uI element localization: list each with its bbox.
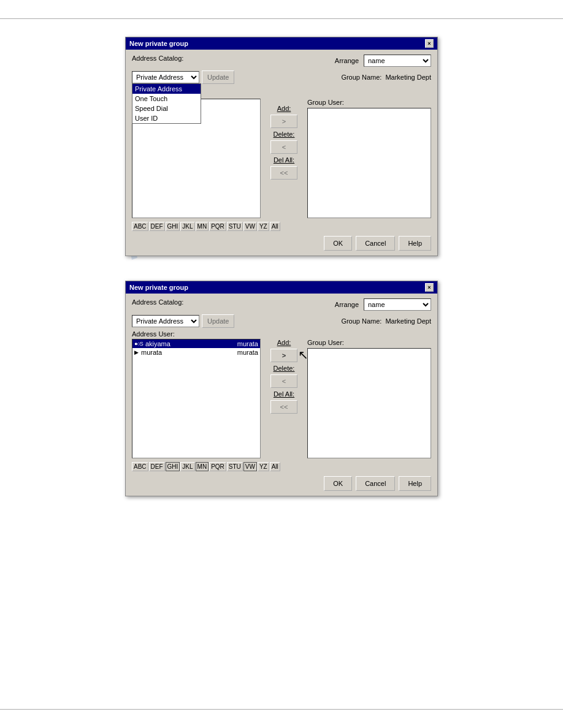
dialog2-body: Address Catalog: Arrange name Private Ad… — [126, 294, 437, 496]
dialog1-arrow-right-btn[interactable]: > — [270, 115, 297, 128]
dialog2-titlebar: New private group × — [126, 281, 437, 294]
alpha-btn-yz[interactable]: YZ — [258, 222, 269, 231]
alpha-btn-stu[interactable]: STU — [227, 222, 243, 231]
dialog1-delete-label: Delete: — [274, 131, 295, 138]
dialog2-arrow-left-btn[interactable]: < — [270, 374, 297, 388]
dropdown-item-1[interactable]: One Touch — [132, 94, 201, 104]
dropdown-item-3[interactable]: User ID — [132, 113, 201, 123]
dialog2-group-user-label: Group User: — [307, 339, 431, 346]
dialog2-left-panel: ●○S akiyama murata ▶ murata murata — [132, 339, 261, 458]
dialog2-catalog-select[interactable]: Private Address — [132, 315, 199, 327]
alpha-btn-abc[interactable]: ABC — [132, 222, 148, 231]
dialog2-update-btn[interactable]: Update — [202, 314, 234, 328]
user-col2-1: murata — [237, 349, 258, 356]
dialog2-ok-btn[interactable]: OK — [324, 476, 352, 491]
dialog2-address-user-label-row: Address User: — [132, 330, 431, 338]
dialog2-cancel-btn[interactable]: Cancel — [356, 476, 395, 491]
user-icon-0: ●○S — [134, 341, 143, 347]
alpha-btn-vw[interactable]: VW — [243, 222, 257, 231]
dialog1-arrange-select[interactable]: name — [364, 55, 431, 67]
dialog2-catalog-row: Private Address Update — [132, 314, 234, 328]
dialog2-arrange-row: Arrange name — [335, 298, 431, 311]
dialog1-add-label: Add: — [277, 105, 291, 112]
alpha2-btn-pqr[interactable]: PQR — [209, 462, 226, 471]
alpha2-btn-abc[interactable]: ABC — [132, 462, 148, 471]
dialog1-dropdown-popup: Private Address One Touch Speed Dial Use… — [132, 83, 201, 124]
top-rule — [0, 18, 563, 19]
dialog1-cancel-btn[interactable]: Cancel — [356, 236, 395, 251]
alpha2-btn-jkl[interactable]: JKL — [180, 462, 194, 471]
dialog1-window: New private group × Address Catalog: Arr… — [125, 37, 438, 256]
dialog1-catalog-row: Private Address Private Address One Touc… — [132, 70, 234, 84]
dialog2-alpha-bar: ABC DEF GHI JKL MN PQR STU VW YZ All — [132, 462, 431, 471]
alpha-btn-def[interactable]: DEF — [149, 222, 165, 231]
alpha2-btn-def[interactable]: DEF — [149, 462, 165, 471]
dialog1-help-btn[interactable]: Help — [399, 236, 431, 251]
dialog1-alpha-bar: ABC DEF GHI JKL MN PQR STU VW YZ All — [132, 222, 431, 231]
dialog2-address-catalog-label: Address Catalog: — [132, 298, 183, 306]
dialog2-window: New private group × Address Catalog: Arr… — [125, 281, 438, 496]
alpha-btn-jkl[interactable]: JKL — [180, 222, 194, 231]
cursor-pointer-icon: ↖ — [298, 349, 308, 361]
dialog1-update-btn[interactable]: Update — [202, 70, 234, 84]
dialog2-help-btn[interactable]: Help — [399, 476, 431, 491]
dialog1-delall-label: Del All: — [274, 156, 294, 164]
dialog1-titlebar: New private group × — [126, 37, 437, 50]
dialog2-close-btn[interactable]: × — [425, 283, 434, 292]
bottom-rule — [0, 709, 563, 710]
dialog1-right-panel: Group User: — [307, 99, 431, 218]
dialog1-bottom-buttons: OK Cancel Help — [132, 236, 431, 251]
dialog2-right-panel: Group User: — [307, 339, 431, 458]
alpha2-btn-mn[interactable]: MN — [196, 462, 209, 471]
alpha-btn-mn[interactable]: MN — [196, 222, 209, 231]
alpha2-btn-all[interactable]: All — [270, 462, 280, 471]
dialog2-arrange-select[interactable]: name — [364, 298, 431, 311]
alpha2-btn-stu[interactable]: STU — [227, 462, 243, 471]
dialog2-user-row-1[interactable]: ▶ murata murata — [132, 348, 260, 357]
alpha-btn-pqr[interactable]: PQR — [209, 222, 226, 231]
user-col1-0: akiyama — [145, 340, 235, 347]
dialog1-catalog-select-wrapper: Private Address Private Address One Touc… — [132, 71, 199, 83]
dialog1-title: New private group — [129, 40, 188, 47]
dialog2-title: New private group — [129, 284, 188, 291]
dialog1-group-user-label: Group User: — [307, 99, 431, 106]
user-col1-1: murata — [141, 349, 235, 356]
dialog2-arrow-right-wrapper: > ↖ — [270, 349, 297, 362]
alpha2-btn-yz[interactable]: YZ — [258, 462, 269, 471]
dialog2-groupname-row: Group Name: Marketing Dept — [341, 317, 431, 325]
dialog1-arrange-row: Arrange name — [335, 55, 431, 67]
dialog2-left-listbox[interactable]: ●○S akiyama murata ▶ murata murata — [132, 339, 261, 458]
dialog1-middle-btns: Add: > Delete: < Del All: << — [263, 99, 305, 218]
dialog1-address-catalog-label: Address Catalog: — [132, 55, 183, 62]
dialog1-double-left-btn[interactable]: << — [270, 166, 297, 180]
dialog1-close-btn[interactable]: × — [425, 39, 434, 48]
dropdown-item-0[interactable]: Private Address — [132, 84, 201, 94]
dropdown-item-2[interactable]: Speed Dial — [132, 104, 201, 113]
alpha2-btn-vw[interactable]: VW — [243, 462, 257, 471]
dialog1-arrow-left-btn[interactable]: < — [270, 140, 297, 154]
dialog2-add-label: Add: — [277, 339, 291, 346]
dialog2-arrow-right-btn[interactable]: > — [270, 349, 297, 362]
dialog2-right-listbox[interactable] — [307, 348, 431, 458]
alpha-btn-ghi[interactable]: GHI — [166, 222, 180, 231]
dialog1: New private group × Address Catalog: Arr… — [125, 37, 438, 256]
alpha-btn-all[interactable]: All — [270, 222, 280, 231]
dialog2: New private group × Address Catalog: Arr… — [125, 281, 438, 496]
alpha2-btn-ghi[interactable]: GHI — [166, 462, 180, 471]
user-col2-0: murata — [237, 340, 258, 347]
user-icon-1: ▶ — [134, 349, 139, 355]
dialog2-delall-label: Del All: — [274, 390, 294, 398]
dialog2-panels: ●○S akiyama murata ▶ murata murata — [132, 339, 431, 458]
dialog1-groupname-row: Group Name: Marketing Dept — [341, 74, 431, 81]
dialog2-user-row-0[interactable]: ●○S akiyama murata — [132, 339, 260, 348]
dialog1-ok-btn[interactable]: OK — [324, 236, 352, 251]
dialog1-body: Address Catalog: Arrange name Pr — [126, 50, 437, 256]
dialog2-bottom-buttons: OK Cancel Help — [132, 476, 431, 491]
dialog2-double-left-btn[interactable]: << — [270, 400, 297, 414]
dialog2-middle-btns: Add: > ↖ Delete: < Del All: << — [263, 339, 305, 458]
dialog2-delete-label: Delete: — [274, 365, 295, 372]
dialog1-catalog-select[interactable]: Private Address — [132, 71, 199, 83]
dialog1-right-listbox[interactable] — [307, 108, 431, 218]
